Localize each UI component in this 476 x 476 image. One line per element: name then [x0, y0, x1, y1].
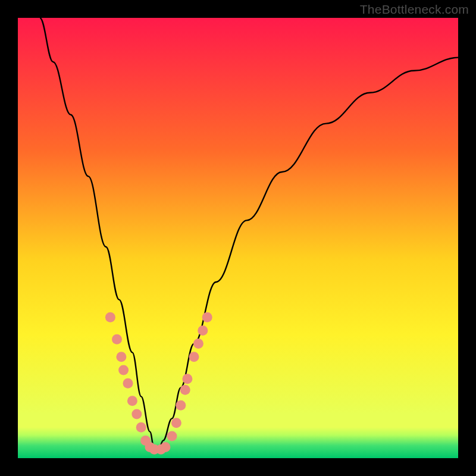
marker-dot: [180, 385, 190, 395]
chart-frame: TheBottleneck.com: [0, 0, 476, 476]
marker-dot: [116, 352, 126, 362]
marker-dot: [176, 400, 186, 411]
marker-dot: [182, 374, 192, 384]
marker-dot: [193, 339, 203, 349]
bottleneck-curve: [40, 18, 458, 449]
marker-dot: [112, 334, 122, 345]
watermark-text: TheBottleneck.com: [360, 2, 469, 17]
marker-dot: [160, 442, 170, 452]
marker-dot: [136, 422, 146, 433]
marker-dot: [202, 312, 212, 322]
marker-dot: [118, 365, 129, 375]
marker-dot: [171, 418, 181, 428]
marker-dot: [189, 352, 199, 362]
marker-dot: [198, 325, 208, 336]
marker-dot: [123, 378, 133, 389]
curve-markers: [105, 312, 212, 455]
plot-area: [18, 18, 458, 458]
marker-dot: [131, 409, 142, 419]
curve-layer: [18, 18, 458, 458]
marker-dot: [127, 396, 137, 406]
marker-dot: [167, 431, 177, 441]
marker-dot: [105, 312, 115, 322]
